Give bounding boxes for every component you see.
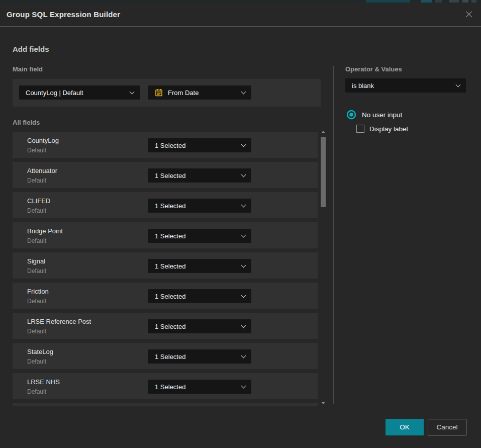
chevron-down-icon xyxy=(241,323,246,328)
field-row-name: LRSE Reference Post xyxy=(27,318,91,325)
chevron-down-icon xyxy=(130,89,135,94)
group-sql-expression-builder-dialog: Group SQL Expression Builder Add fields … xyxy=(0,3,481,448)
fields-list-scrollbar[interactable] xyxy=(321,130,326,405)
field-row-selected-dropdown[interactable]: 1 Selected xyxy=(148,199,251,213)
chevron-down-icon xyxy=(241,383,246,388)
main-field-layer-select[interactable]: CountyLog | Default xyxy=(19,85,140,100)
field-row-selected: 1 Selected xyxy=(155,172,238,180)
main-field-layer-value: CountyLog | Default xyxy=(26,89,126,97)
field-row-name: Bridge Point xyxy=(27,227,63,235)
main-field-panel: CountyLog | Default From Date xyxy=(13,79,321,107)
field-row: LRSE NHS Default 1 Selected xyxy=(13,373,318,399)
no-user-input-radio[interactable]: No user input xyxy=(346,110,402,120)
field-row-partial xyxy=(13,403,318,406)
field-row-selected-dropdown[interactable]: 1 Selected xyxy=(148,319,251,333)
dialog-titlebar: Group SQL Expression Builder xyxy=(0,3,481,27)
field-row-selected: 1 Selected xyxy=(155,262,238,270)
close-button[interactable] xyxy=(464,10,474,20)
chevron-down-icon xyxy=(241,202,246,207)
field-row: Friction Default 1 Selected xyxy=(13,283,318,309)
chevron-down-icon xyxy=(241,172,246,177)
operator-value: is blank xyxy=(352,82,452,89)
checkbox-unchecked-icon xyxy=(356,125,364,133)
field-row-name: Friction xyxy=(27,288,49,295)
no-user-input-label: No user input xyxy=(362,111,402,119)
chevron-down-icon xyxy=(241,353,246,358)
field-row-sub: Default xyxy=(27,298,46,305)
field-row-selected: 1 Selected xyxy=(155,142,238,149)
field-row-selected: 1 Selected xyxy=(155,353,238,361)
chevron-down-icon xyxy=(241,293,246,298)
panel-divider xyxy=(333,66,334,404)
chevron-down-icon xyxy=(241,89,246,94)
field-row-sub: Default xyxy=(27,267,46,275)
field-row: LRSE Reference Post Default 1 Selected xyxy=(13,313,318,339)
field-row-sub: Default xyxy=(27,207,46,214)
all-fields-label: All fields xyxy=(13,119,40,126)
field-row-sub: Default xyxy=(27,358,46,365)
scrollbar-up-arrow-icon[interactable] xyxy=(321,131,325,133)
field-row: Bridge Point Default 1 Selected xyxy=(13,222,318,248)
main-field-field-value: From Date xyxy=(168,89,238,97)
field-row-selected-dropdown[interactable]: 1 Selected xyxy=(148,380,251,394)
field-row-name: Attenuator xyxy=(27,167,57,174)
field-row: StateLog Default 1 Selected xyxy=(13,343,318,369)
operator-values-label: Operator & Values xyxy=(345,65,402,73)
field-row-selected: 1 Selected xyxy=(155,323,238,330)
field-row-name: CountyLog xyxy=(27,137,59,144)
field-row-selected: 1 Selected xyxy=(155,383,238,391)
field-row-selected-dropdown[interactable]: 1 Selected xyxy=(148,259,251,273)
field-row-selected-dropdown[interactable]: 1 Selected xyxy=(148,229,251,243)
field-row-selected: 1 Selected xyxy=(155,232,238,240)
field-row-sub: Default xyxy=(27,147,46,154)
ok-button[interactable]: OK xyxy=(386,419,424,435)
close-icon xyxy=(464,10,474,20)
field-row: CLIFED Default 1 Selected xyxy=(13,192,318,218)
field-row-selected: 1 Selected xyxy=(155,202,238,210)
field-row: Attenuator Default 1 Selected xyxy=(13,162,318,188)
field-row-sub: Default xyxy=(27,177,46,184)
field-row-name: LRSE NHS xyxy=(27,378,60,386)
field-row-sub: Default xyxy=(27,237,46,244)
radio-selected-icon xyxy=(346,110,356,120)
calendar-icon xyxy=(155,88,163,97)
display-label-checkbox[interactable]: Display label xyxy=(356,125,408,133)
cancel-button[interactable]: Cancel xyxy=(428,419,466,435)
field-row-name: Signal xyxy=(27,257,45,265)
field-row-selected-dropdown[interactable]: 1 Selected xyxy=(148,168,251,183)
main-field-label: Main field xyxy=(13,65,43,73)
scrollbar-thumb[interactable] xyxy=(321,137,326,207)
field-row-name: StateLog xyxy=(27,348,53,355)
field-row-name: CLIFED xyxy=(27,197,50,205)
add-fields-heading: Add fields xyxy=(13,45,49,53)
dialog-title: Group SQL Expression Builder xyxy=(7,10,120,19)
operator-select[interactable]: is blank xyxy=(345,78,466,93)
field-row-selected-dropdown[interactable]: 1 Selected xyxy=(148,289,251,303)
field-row-selected-dropdown[interactable]: 1 Selected xyxy=(148,138,251,152)
chevron-down-icon xyxy=(241,262,246,267)
display-label-label: Display label xyxy=(369,125,408,133)
field-row-selected: 1 Selected xyxy=(155,293,238,300)
all-fields-list: CountyLog Default 1 Selected Attenuator … xyxy=(13,132,318,406)
field-row-sub: Default xyxy=(27,328,46,335)
field-row: CountyLog Default 1 Selected xyxy=(13,132,318,158)
chevron-down-icon xyxy=(241,232,246,237)
scrollbar-down-arrow-icon[interactable] xyxy=(321,402,325,404)
main-field-field-select[interactable]: From Date xyxy=(148,85,251,100)
chevron-down-icon xyxy=(241,142,246,147)
field-row-sub: Default xyxy=(27,388,46,395)
field-row: Signal Default 1 Selected xyxy=(13,252,318,279)
chevron-down-icon xyxy=(456,82,461,87)
field-row-selected-dropdown[interactable]: 1 Selected xyxy=(148,349,251,364)
